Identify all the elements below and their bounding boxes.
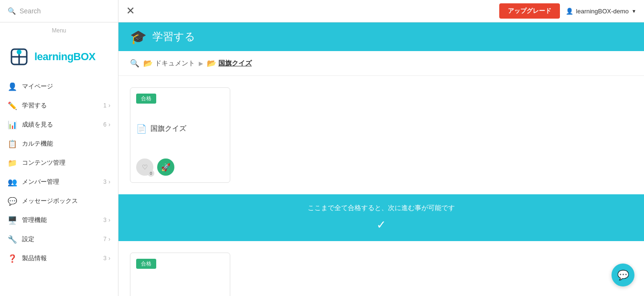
message-icon: 💬 [8,196,17,206]
logo: learningBOX [0,37,118,77]
page-title: 学習する [152,30,195,44]
folder-icon: 📁 [8,158,17,168]
topbar: ✕ アップグレード 👤 learningBOX-demo ▼ [118,0,644,22]
breadcrumb-arrow: ▶ [199,60,203,67]
nav-badge: 3 [99,217,107,223]
group-icon: 👥 [8,177,17,187]
sidebar-item-results[interactable]: 📊 成績を見る 6 › [0,115,118,134]
cards-area-2: 合格 [118,241,644,296]
chevron-down-icon: ✓ [376,218,386,232]
nav-badge: 1 [99,102,107,109]
logo-text-dark: learning [34,51,74,63]
sidebar-item-label: 学習する [22,101,99,110]
sidebar-item-product[interactable]: ❓ 製品情報 3 › [0,249,118,268]
cards-area: 合格 📄 国旗クイズ ♡ 0 🚀 [118,76,644,194]
logo-text: learningBOX [34,51,96,63]
sidebar-item-karte[interactable]: 📋 カルテ機能 [0,134,118,153]
topbar-right: アップグレード 👤 learningBOX-demo ▼ [499,3,636,19]
sidebar-item-label: 製品情報 [22,254,99,263]
sidebar-item-label: メンバー管理 [22,178,99,186]
nav-badge: 3 [99,255,107,262]
heart-button[interactable]: ♡ 0 [136,159,153,176]
breadcrumb-folder1-label: ドキュメント [155,59,195,68]
search-icon: 🔍 [130,59,140,68]
pass-badge: 合格 [136,259,156,269]
sidebar-item-settings[interactable]: 🔧 設定 7 › [0,230,118,249]
sidebar-item-messages[interactable]: 💬 メッセージボックス [0,191,118,211]
sidebar-item-admin[interactable]: 🖥️ 管理機能 3 › [0,211,118,230]
svg-point-3 [17,50,21,54]
breadcrumb-current-label: 国旗クイズ [218,59,252,68]
play-button[interactable]: 🚀 [157,159,174,176]
sidebar-item-label: コンテンツ管理 [22,159,110,167]
content-area: 🔍 📂 ドキュメント ▶ 📂 国旗クイズ 合格 📄 国旗クイズ [118,51,644,296]
card-title: 📄 国旗クイズ [130,104,230,154]
graduation-cap-icon: 🎓 [130,29,147,45]
sidebar-item-label: カルテ機能 [22,139,110,148]
user-icon: 👤 [8,82,17,91]
card-footer: ♡ 0 🚀 [130,154,230,182]
content-card-2: 合格 [130,253,230,296]
sidebar: 🔍 Search Menu learningBOX 👤 マイページ ✏️ 学習す… [0,0,118,296]
clipboard-icon: 📋 [8,139,17,148]
page-header: 🎓 学習する [118,22,644,51]
sidebar-nav: 👤 マイページ ✏️ 学習する 1 › 📊 成績を見る 6 › 📋 カルテ機能 … [0,77,118,296]
folder-open-icon: 📂 [207,59,216,68]
content-card: 合格 📄 国旗クイズ ♡ 0 🚀 [130,87,230,183]
search-icon: 🔍 [8,7,16,15]
progress-banner: ここまで全て合格すると、次に進む事が可能です ✓ [118,194,644,241]
sidebar-item-label: 設定 [22,235,99,243]
progress-banner-text: ここまで全て合格すると、次に進む事が可能です [308,204,455,212]
search-label: Search [20,7,41,15]
sidebar-item-label: マイページ [22,82,110,91]
chat-icon: 💬 [617,269,629,281]
question-icon: ❓ [8,254,17,263]
chevron-right-icon: › [108,179,110,185]
user-menu[interactable]: 👤 learningBOX-demo ▼ [566,8,636,15]
chevron-down-icon: ▼ [632,9,636,14]
sidebar-item-label: 管理機能 [22,216,99,224]
wrench-icon: 🔧 [8,234,17,244]
chevron-right-icon: › [108,236,110,243]
heart-count: 0 [148,170,154,177]
upgrade-button[interactable]: アップグレード [499,3,560,19]
logo-text-accent: BOX [74,51,96,63]
sidebar-search[interactable]: 🔍 Search [0,0,118,22]
nav-badge: 7 [99,236,107,243]
user-icon: 👤 [566,8,573,15]
pencil-icon: ✏️ [8,101,17,110]
close-button[interactable]: ✕ [126,6,135,16]
nav-badge: 3 [99,179,107,185]
folder-open-icon: 📂 [143,59,153,68]
pass-badge: 合格 [136,94,156,104]
user-name: learningBOX-demo [576,8,629,15]
sidebar-item-label: 成績を見る [22,120,99,129]
chevron-right-icon: › [108,102,110,109]
menu-label: Menu [0,22,118,37]
sidebar-item-members[interactable]: 👥 メンバー管理 3 › [0,172,118,191]
chat-button[interactable]: 💬 [612,264,634,286]
chevron-right-icon: › [108,217,110,223]
main-content: ✕ アップグレード 👤 learningBOX-demo ▼ 🎓 学習する 🔍 … [118,0,644,296]
sidebar-item-label: メッセージボックス [22,197,110,205]
chevron-right-icon: › [108,255,110,262]
chevron-right-icon: › [108,121,110,128]
monitor-icon: 🖥️ [8,215,17,225]
sidebar-item-study[interactable]: ✏️ 学習する 1 › [0,96,118,115]
sidebar-item-mypage[interactable]: 👤 マイページ [0,77,118,96]
document-icon: 📄 [136,124,147,134]
breadcrumb-current[interactable]: 📂 国旗クイズ [207,59,252,68]
card-title-text: 国旗クイズ [150,124,186,133]
rocket-icon: 🚀 [161,163,171,172]
chart-icon: 📊 [8,120,17,129]
breadcrumb-folder1[interactable]: 📂 ドキュメント [143,59,195,68]
sidebar-item-contents[interactable]: 📁 コンテンツ管理 [0,153,118,172]
breadcrumb: 🔍 📂 ドキュメント ▶ 📂 国旗クイズ [118,51,644,76]
nav-badge: 6 [99,121,107,128]
logo-icon [8,45,31,68]
